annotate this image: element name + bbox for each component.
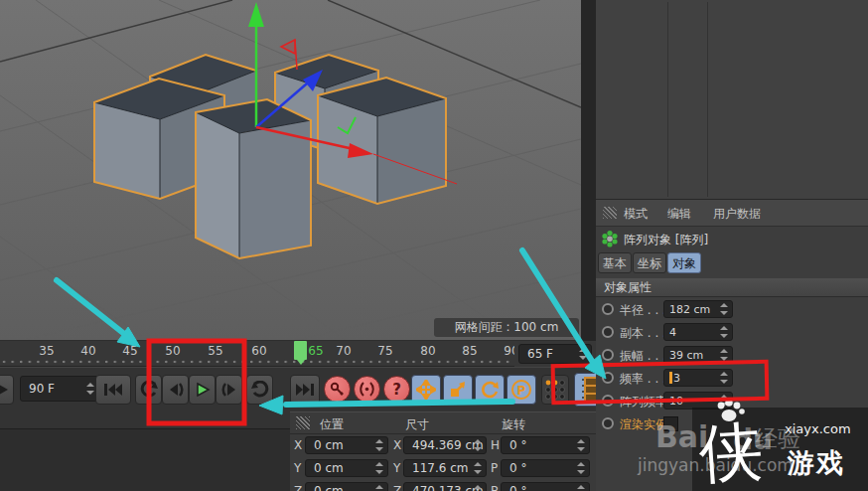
keyframe-dot-icon[interactable] xyxy=(602,349,614,361)
ruler-tick: 70 xyxy=(336,344,351,358)
property-row-amplitude: 振幅 . . . 39 cm xyxy=(596,345,868,367)
size-axis-label: X xyxy=(393,438,401,452)
keyframe-dot-icon[interactable] xyxy=(602,417,614,429)
radius-field[interactable]: 182 cm xyxy=(663,300,733,318)
ruler-tick: 75 xyxy=(377,344,392,358)
keyframe-dot-icon[interactable] xyxy=(602,326,614,338)
cinema4d-window: 网格间距 : 100 cm 30 35 40 45 50 55 60 65 70… xyxy=(0,0,868,491)
object-properties-header[interactable]: 对象属性 xyxy=(596,278,868,297)
render-instances-checkbox[interactable] xyxy=(663,416,678,431)
property-row-render-instances: 渲染实例 xyxy=(596,413,868,435)
keyframe-selection-dots[interactable] xyxy=(541,375,569,405)
next-key-button[interactable] xyxy=(246,375,273,405)
amplitude-field[interactable]: 39 cm xyxy=(663,346,733,364)
keyframe-dot-icon[interactable] xyxy=(602,372,614,384)
rot-axis-label: P xyxy=(491,461,498,475)
play-button[interactable] xyxy=(189,375,216,405)
position-header: 位置 xyxy=(320,416,344,433)
column-divider xyxy=(707,2,708,197)
tab-coordinates[interactable]: 坐标 xyxy=(633,252,666,273)
array-object-icon xyxy=(601,230,619,247)
column-divider xyxy=(667,2,668,197)
range-end-zone: 65 F xyxy=(514,341,596,368)
attribute-tabs: 基本 坐标 对象 xyxy=(596,252,868,276)
tab-basic[interactable]: 基本 xyxy=(598,252,632,273)
viewport-canvas xyxy=(0,0,581,340)
array-frequency-field[interactable]: 10 xyxy=(663,392,733,409)
timeline-scrub-button[interactable] xyxy=(0,375,14,405)
ruler-tick: 85 xyxy=(462,344,477,358)
position-z-field[interactable]: 0 cm xyxy=(305,482,388,491)
ruler-tick: 35 xyxy=(39,344,54,358)
size-header: 尺寸 xyxy=(405,416,429,433)
record-scale-toggle[interactable] xyxy=(443,375,473,405)
divider xyxy=(290,433,596,434)
cube-front xyxy=(196,99,311,258)
current-frame-stepper[interactable] xyxy=(86,383,95,395)
size-z-field[interactable]: 470.173 cm xyxy=(403,482,487,491)
attribute-manager: 模式 编辑 用户数据 阵列对象 [阵列] 基本 坐标 对象 对象属性 半径 . … xyxy=(596,0,868,491)
rotation-p-field[interactable]: 0 ° xyxy=(501,459,590,477)
frequency-field[interactable]: 3 xyxy=(663,369,733,387)
rot-axis-label: H xyxy=(491,438,500,452)
ruler-frame-dots xyxy=(0,359,514,365)
ruler-tick: 40 xyxy=(80,344,95,358)
ruler-tick: 55 xyxy=(208,344,222,358)
menu-edit[interactable]: 编辑 xyxy=(667,206,691,223)
ruler-tick: 60 xyxy=(251,344,266,358)
panel-grip-icon[interactable] xyxy=(296,416,310,429)
goto-end-button[interactable] xyxy=(290,375,320,405)
prev-key-button[interactable] xyxy=(135,375,162,405)
object-manager-empty[interactable] xyxy=(596,0,868,200)
keyframe-dot-icon[interactable] xyxy=(602,303,614,315)
size-axis-label: Z xyxy=(393,484,401,491)
keyframe-dot-icon[interactable] xyxy=(602,395,614,407)
text-cursor xyxy=(669,372,672,384)
ruler-tick: 50 xyxy=(165,344,180,358)
record-rotation-toggle[interactable] xyxy=(475,375,505,405)
grid-spacing-label: 网格间距 : 100 cm xyxy=(434,318,579,337)
panel-grip-icon[interactable] xyxy=(603,207,617,219)
svg-text:P: P xyxy=(517,384,526,398)
range-end-stepper[interactable] xyxy=(579,348,588,360)
range-end-field[interactable]: 65 F xyxy=(518,344,592,364)
size-y-field[interactable]: 117.6 cm xyxy=(403,459,487,477)
next-frame-button[interactable] xyxy=(216,375,242,405)
pos-axis-label: Y xyxy=(294,461,301,475)
current-frame-field[interactable]: 90 F xyxy=(20,376,99,402)
tab-object[interactable]: 对象 xyxy=(667,252,701,273)
help-button[interactable]: ? xyxy=(383,376,410,403)
timeline-ruler[interactable]: 30 35 40 45 50 55 60 65 70 75 80 85 90 xyxy=(0,341,514,367)
cube-right xyxy=(318,78,446,204)
size-axis-label: Y xyxy=(393,461,400,475)
property-row-copies: 副本 . . . 4 xyxy=(596,322,868,344)
object-title-row: 阵列对象 [阵列] xyxy=(596,226,868,251)
coordinates-panel: 位置 尺寸 旋转 X 0 cm X 494.369 cm H 0 ° Y 0 c… xyxy=(290,411,596,491)
playhead-frame-label: 65 xyxy=(308,344,323,358)
goto-start-button[interactable] xyxy=(95,375,131,405)
prev-frame-button[interactable] xyxy=(162,375,189,405)
record-parameter-toggle[interactable]: P xyxy=(506,375,536,405)
copies-field[interactable]: 4 xyxy=(663,323,733,341)
rot-axis-label: B xyxy=(491,484,499,491)
property-row-array-frequency: 阵列频率 10 xyxy=(596,391,868,412)
record-position-toggle[interactable] xyxy=(411,375,441,405)
pos-axis-label: X xyxy=(294,438,302,452)
ruler-tick: 80 xyxy=(420,344,435,358)
menu-mode[interactable]: 模式 xyxy=(624,206,648,223)
position-y-field[interactable]: 0 cm xyxy=(305,459,388,477)
transport-strip-extension xyxy=(0,411,290,428)
ruler-tick: 45 xyxy=(122,344,137,358)
size-x-field[interactable]: 494.369 cm xyxy=(403,436,487,454)
ruler-tick: 90 xyxy=(504,344,514,358)
position-x-field[interactable]: 0 cm xyxy=(305,436,388,454)
rotation-b-field[interactable]: 0 ° xyxy=(501,482,590,491)
viewport-3d[interactable]: 网格间距 : 100 cm xyxy=(0,0,581,340)
timeline-playhead[interactable] xyxy=(294,341,307,360)
autokey-button[interactable] xyxy=(354,376,380,403)
bottom-empty-panel xyxy=(0,428,290,491)
menu-user-data[interactable]: 用户数据 xyxy=(713,206,761,223)
pos-axis-label: Z xyxy=(294,484,302,491)
rotation-h-field[interactable]: 0 ° xyxy=(501,436,590,454)
record-key-button[interactable] xyxy=(324,376,351,403)
